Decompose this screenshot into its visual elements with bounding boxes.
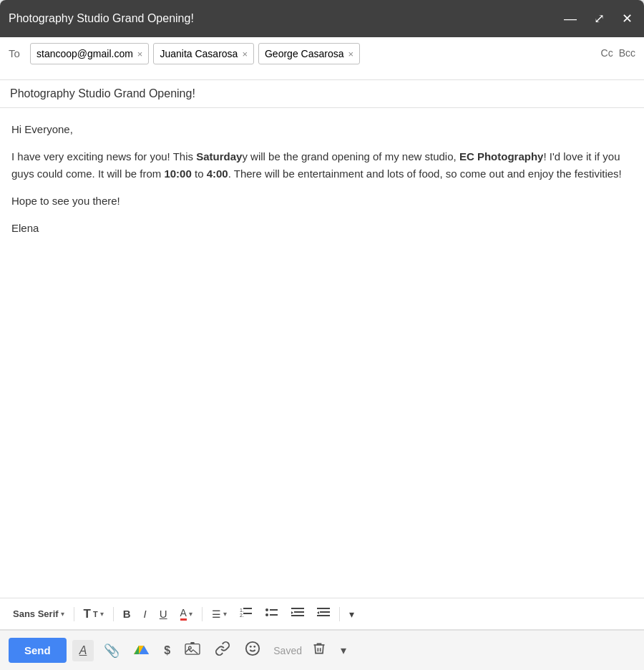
body-closing: Hope to see you there! xyxy=(11,193,633,210)
svg-rect-3 xyxy=(243,613,252,614)
svg-rect-10 xyxy=(291,615,304,616)
svg-marker-23 xyxy=(135,646,139,654)
italic-icon: I xyxy=(144,608,147,620)
photo-button[interactable] xyxy=(180,637,205,664)
svg-rect-1 xyxy=(243,608,252,609)
money-button[interactable]: $ xyxy=(160,640,175,661)
svg-rect-9 xyxy=(294,611,304,613)
text-color-arrow: ▾ xyxy=(189,610,192,618)
window-title: Photography Studio Grand Opening! xyxy=(9,12,194,25)
font-family-button[interactable]: Sans Serif ▾ xyxy=(7,605,70,623)
bullet-list-button[interactable] xyxy=(260,603,284,625)
svg-point-27 xyxy=(246,642,259,655)
minimize-button[interactable]: — xyxy=(561,11,580,26)
toolbar-divider-2 xyxy=(113,607,114,621)
svg-rect-14 xyxy=(317,615,330,616)
send-button[interactable]: Send xyxy=(9,638,67,663)
cc-bcc-area: Cc Bcc xyxy=(601,43,635,59)
delete-icon xyxy=(312,641,326,660)
saved-status: Saved xyxy=(273,645,302,656)
body-greeting: Hi Everyone, xyxy=(11,121,633,138)
italic-button[interactable]: I xyxy=(138,604,152,623)
more-actions-button[interactable]: ▾ xyxy=(336,639,351,661)
svg-rect-7 xyxy=(270,614,278,616)
title-bar: Photography Studio Grand Opening! — ⤢ ✕ xyxy=(0,0,644,37)
toolbar-divider-3 xyxy=(202,607,203,621)
body-paragraph1: I have very exciting news for you! This … xyxy=(11,148,633,183)
subject-row[interactable]: Photography Studio Grand Opening! xyxy=(0,80,644,108)
recipient-email-1: stancoop@gmail.com xyxy=(36,48,133,59)
svg-marker-15 xyxy=(317,611,319,614)
emoji-button[interactable] xyxy=(240,636,265,664)
format-text-button[interactable]: A xyxy=(72,640,94,661)
svg-rect-24 xyxy=(185,644,200,655)
remove-recipient-2[interactable]: × xyxy=(242,49,248,59)
formatting-toolbar: Sans Serif ▾ T T ▾ B I U A ▾ ☰ ▾ xyxy=(0,598,644,630)
svg-point-6 xyxy=(265,613,268,616)
more-actions-icon: ▾ xyxy=(341,644,346,657)
font-size-icon: T xyxy=(84,607,91,621)
bold-button[interactable]: B xyxy=(117,604,137,623)
font-family-arrow: ▾ xyxy=(61,610,64,618)
close-button[interactable]: ✕ xyxy=(619,11,635,26)
text-color-icon: A xyxy=(180,607,187,621)
drive-button[interactable] xyxy=(130,637,154,664)
to-row: To stancoop@gmail.com × Juanita Casarosa… xyxy=(0,37,644,80)
emoji-icon xyxy=(245,641,260,660)
body-area[interactable]: Hi Everyone, I have very exciting news f… xyxy=(0,108,644,598)
svg-rect-5 xyxy=(270,609,278,611)
toolbar-divider-4 xyxy=(339,607,340,621)
cc-button[interactable]: Cc xyxy=(601,47,613,59)
drive-icon xyxy=(134,641,150,659)
svg-rect-12 xyxy=(317,608,330,609)
recipient-name-3: George Casarosa xyxy=(265,48,344,59)
align-arrow: ▾ xyxy=(223,610,227,618)
svg-rect-26 xyxy=(191,642,195,644)
compose-window: Photography Studio Grand Opening! — ⤢ ✕ … xyxy=(0,0,644,670)
font-family-label: Sans Serif xyxy=(13,608,59,619)
recipient-chip-2[interactable]: Juanita Casarosa × xyxy=(153,43,254,64)
indent-decrease-icon xyxy=(291,606,304,621)
font-size-arrow: ▾ xyxy=(100,610,104,618)
attach-button[interactable]: 📎 xyxy=(99,639,124,663)
window-controls: — ⤢ ✕ xyxy=(561,11,635,26)
svg-marker-11 xyxy=(291,611,293,614)
svg-rect-8 xyxy=(291,608,304,609)
underline-button[interactable]: U xyxy=(154,604,173,623)
remove-recipient-1[interactable]: × xyxy=(137,49,143,59)
numbered-list-button[interactable]: 1. 2. xyxy=(234,603,258,625)
text-color-button[interactable]: A ▾ xyxy=(175,603,198,624)
bullet-list-icon xyxy=(265,606,278,621)
indent-decrease-button[interactable] xyxy=(286,603,310,625)
money-icon: $ xyxy=(164,644,170,657)
font-size-small-t: T xyxy=(93,610,98,618)
align-icon: ☰ xyxy=(212,608,221,620)
more-formatting-icon: ▾ xyxy=(349,608,354,620)
indent-increase-icon xyxy=(317,606,330,621)
photo-icon xyxy=(185,641,200,659)
indent-increase-button[interactable] xyxy=(311,603,336,625)
body-signature: Elena xyxy=(11,220,633,237)
align-button[interactable]: ☰ ▾ xyxy=(206,605,233,623)
svg-point-25 xyxy=(189,646,192,649)
svg-rect-13 xyxy=(320,611,330,613)
recipients-area: stancoop@gmail.com × Juanita Casarosa × … xyxy=(30,43,601,64)
to-label: To xyxy=(9,43,23,59)
more-formatting-button[interactable]: ▾ xyxy=(343,605,360,623)
underline-icon: U xyxy=(160,608,167,620)
bcc-button[interactable]: Bcc xyxy=(619,47,635,59)
remove-recipient-3[interactable]: × xyxy=(348,49,353,59)
delete-button[interactable] xyxy=(308,636,331,664)
numbered-list-icon: 1. 2. xyxy=(240,606,253,621)
recipient-name-2: Juanita Casarosa xyxy=(160,48,238,59)
recipient-chip-3[interactable]: George Casarosa × xyxy=(258,43,360,64)
subject-field[interactable]: Photography Studio Grand Opening! xyxy=(10,87,634,100)
bold-icon: B xyxy=(123,608,131,620)
recipient-chip-1[interactable]: stancoop@gmail.com × xyxy=(30,43,149,64)
action-bar: Send A 📎 $ xyxy=(0,630,644,670)
link-button[interactable] xyxy=(210,636,235,664)
maximize-button[interactable]: ⤢ xyxy=(591,11,608,26)
font-size-button[interactable]: T T ▾ xyxy=(78,603,109,625)
attach-icon: 📎 xyxy=(104,643,119,659)
link-icon xyxy=(215,641,230,660)
